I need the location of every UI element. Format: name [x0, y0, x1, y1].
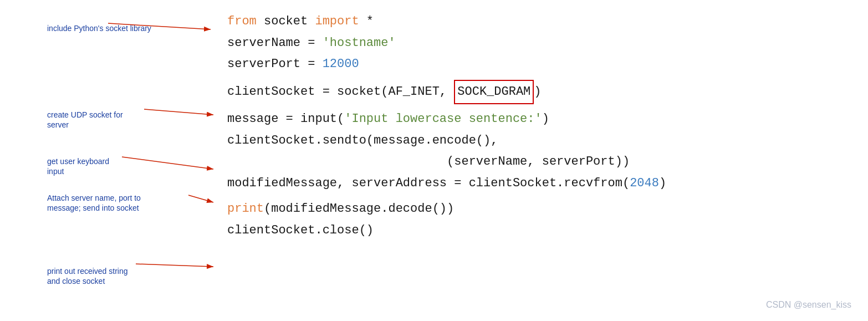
main-container: include Python's socket library create U… [0, 0, 868, 321]
watermark: CSDN @sensen_kiss [766, 300, 851, 310]
code-line-4: clientSocket = socket(AF_INET, SOCK_DGRA… [227, 80, 851, 105]
annotation-1: include Python's socket library [47, 23, 151, 33]
code-line-3: serverPort = 12000 [227, 54, 851, 75]
annotations-panel: include Python's socket library create U… [17, 11, 222, 310]
number-2048: 2048 [630, 173, 659, 195]
sock-dgram-highlighted: SOCK_DGRAM [454, 80, 534, 105]
code-panel: from socket import * serverName = 'hostn… [222, 11, 851, 310]
code-text: serverPort = [227, 54, 323, 75]
annotation-2: create UDP socket forserver [47, 110, 123, 130]
code-text: clientSocket.close() [227, 220, 374, 242]
string-hostname: 'hostname' [323, 33, 396, 54]
code-text: (serverName, serverPort)) [227, 151, 630, 173]
number-12000: 12000 [323, 54, 359, 75]
code-text: clientSocket.sendto(message.encode(), [227, 130, 498, 152]
code-line-8: modifiedMessage, serverAddress = clientS… [227, 173, 851, 195]
code-line-9: print(modifiedMessage.decode()) [227, 198, 851, 220]
code-text: socket [257, 11, 315, 33]
code-text: ) [542, 109, 549, 130]
annotation-5: print out received stringand close socke… [47, 266, 128, 286]
string-input-prompt: 'Input lowercase sentence:' [344, 109, 542, 130]
keyword-print: print [227, 198, 264, 220]
code-line-10: clientSocket.close() [227, 220, 851, 242]
keyword-import: import [315, 11, 359, 33]
annotation-4: Attach server name, port tomessage; send… [47, 193, 141, 213]
code-line-1: from socket import * [227, 11, 851, 33]
annotation-3: get user keyboardinput [47, 156, 109, 176]
code-text: ) [659, 173, 666, 195]
code-text: modifiedMessage, serverAddress = clientS… [227, 173, 630, 195]
keyword-from: from [227, 11, 257, 33]
code-line-7: (serverName, serverPort)) [227, 151, 851, 173]
code-text: clientSocket = socket(AF_INET, [227, 81, 454, 103]
code-text: serverName = [227, 33, 323, 54]
code-line-6: clientSocket.sendto(message.encode(), [227, 130, 851, 152]
code-text: message = input( [227, 109, 344, 130]
code-line-2: serverName = 'hostname' [227, 33, 851, 54]
code-text: (modifiedMessage.decode()) [264, 198, 454, 220]
code-text: * [359, 11, 374, 33]
code-line-5: message = input('Input lowercase sentenc… [227, 109, 851, 130]
code-text: ) [534, 81, 541, 103]
